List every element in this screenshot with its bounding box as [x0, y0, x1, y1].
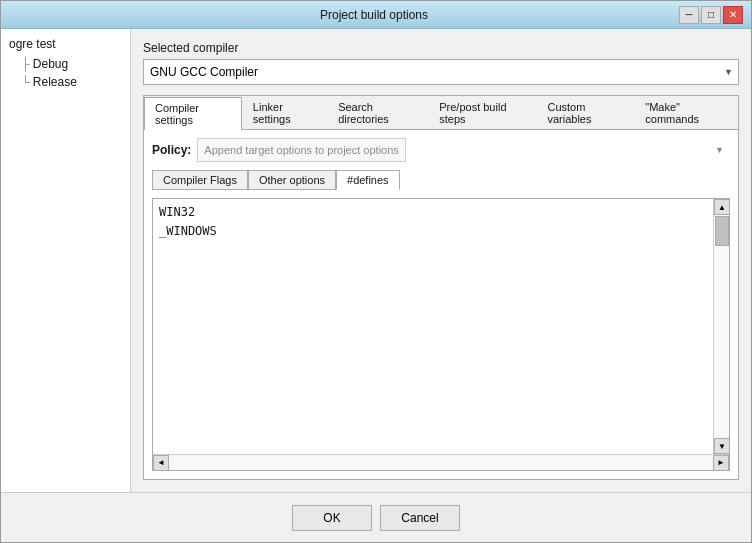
tab-make-commands[interactable]: "Make" commands [634, 96, 738, 129]
outer-tabs-container: Compiler settings Linker settings Search… [143, 95, 739, 480]
inner-tabs-bar: Compiler Flags Other options #defines [152, 170, 730, 190]
outer-tabs-bar: Compiler settings Linker settings Search… [144, 96, 738, 130]
main-window: Project build options ─ □ ✕ ogre test De… [0, 0, 752, 543]
tab-search-directories[interactable]: Search directories [327, 96, 428, 129]
vertical-scrollbar[interactable]: ▲ ▼ [713, 199, 729, 454]
maximize-button[interactable]: □ [701, 6, 721, 24]
sidebar-item-release[interactable]: Release [1, 73, 130, 91]
policy-label: Policy: [152, 143, 191, 157]
scroll-up-button[interactable]: ▲ [714, 199, 729, 215]
define-line-2: _WINDOWS [159, 222, 707, 241]
compiler-select[interactable]: GNU GCC Compiler [143, 59, 739, 85]
ok-button[interactable]: OK [292, 505, 372, 531]
scroll-right-button[interactable]: ► [713, 455, 729, 471]
compiler-label: Selected compiler [143, 41, 739, 55]
policy-select-wrapper: Append target options to project options [197, 138, 730, 162]
scroll-track-h[interactable] [169, 455, 713, 471]
tab-content-compiler-settings: Policy: Append target options to project… [144, 130, 738, 479]
compiler-section: Selected compiler GNU GCC Compiler [143, 41, 739, 85]
compiler-select-wrapper: GNU GCC Compiler [143, 59, 739, 85]
tab-custom-variables[interactable]: Custom variables [536, 96, 634, 129]
tab-pre-post-build[interactable]: Pre/post build steps [428, 96, 536, 129]
scroll-thumb-v[interactable] [715, 216, 729, 246]
tree-root[interactable]: ogre test [1, 33, 130, 55]
inner-tab-other-options[interactable]: Other options [248, 170, 336, 190]
cancel-button[interactable]: Cancel [380, 505, 460, 531]
title-bar: Project build options ─ □ ✕ [1, 1, 751, 29]
minimize-button[interactable]: ─ [679, 6, 699, 24]
inner-tab-defines[interactable]: #defines [336, 170, 400, 190]
window-title: Project build options [69, 8, 679, 22]
define-line-1: WIN32 [159, 203, 707, 222]
window-body: ogre test Debug Release Selected compile… [1, 29, 751, 492]
horizontal-scrollbar: ◄ ► [153, 454, 729, 470]
close-button[interactable]: ✕ [723, 6, 743, 24]
scroll-left-button[interactable]: ◄ [153, 455, 169, 471]
tab-linker-settings[interactable]: Linker settings [242, 96, 327, 129]
main-content: Selected compiler GNU GCC Compiler Compi… [131, 29, 751, 492]
policy-row: Policy: Append target options to project… [152, 138, 730, 162]
tab-compiler-settings[interactable]: Compiler settings [144, 97, 242, 130]
sidebar: ogre test Debug Release [1, 29, 131, 492]
defines-scrollbar-area: WIN32 _WINDOWS ▲ ▼ [153, 199, 729, 454]
policy-select[interactable]: Append target options to project options [197, 138, 406, 162]
scroll-track-v[interactable] [714, 215, 729, 438]
window-controls: ─ □ ✕ [679, 6, 743, 24]
sidebar-item-debug[interactable]: Debug [1, 55, 130, 73]
defines-area: WIN32 _WINDOWS ▲ ▼ [152, 198, 730, 471]
footer: OK Cancel [1, 492, 751, 542]
inner-tab-compiler-flags[interactable]: Compiler Flags [152, 170, 248, 190]
scroll-down-button[interactable]: ▼ [714, 438, 729, 454]
defines-content[interactable]: WIN32 _WINDOWS [153, 199, 713, 454]
